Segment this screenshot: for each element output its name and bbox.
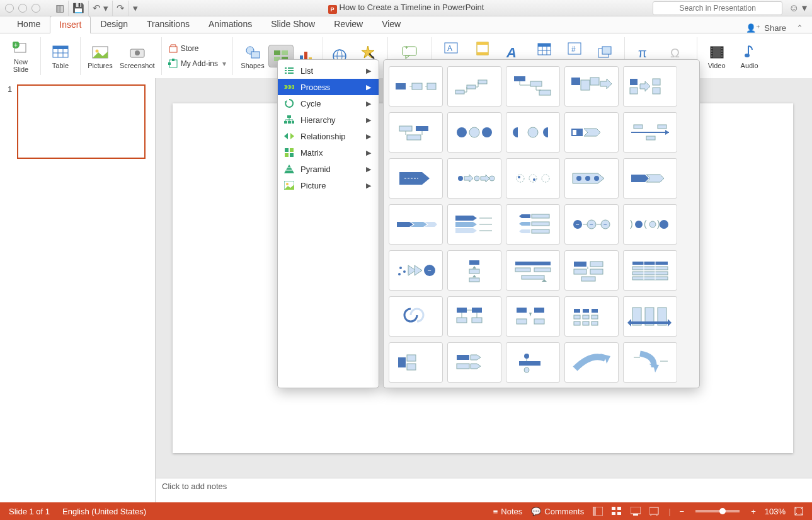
video-button[interactable]: Video [704,43,730,70]
svg-marker-29 [406,55,409,59]
svg-point-52 [711,50,712,52]
svg-rect-108 [653,79,660,79]
smartart-gallery: →→−−−)()−+= [383,59,700,79]
svg-rect-101 [571,78,580,79]
smartart-process-tile[interactable]: →→ [389,66,443,79]
powerpoint-icon: P [328,5,337,14]
slide-thumbnail-panel: 1 [0,78,156,79]
smartart-cat-process[interactable]: Process▶ [278,79,379,79]
zoom-window-icon[interactable] [31,4,40,13]
svg-text:+: + [405,45,408,51]
share-button[interactable]: Share [764,23,786,33]
svg-rect-17 [282,50,288,55]
shapes-button[interactable]: Shapes [239,43,266,70]
tab-view[interactable]: View [372,15,410,33]
svg-text:#: # [571,45,576,54]
svg-point-54 [711,55,712,57]
svg-text:π: π [638,46,647,60]
tab-design[interactable]: Design [91,15,137,33]
svg-text:A: A [447,44,452,53]
smartart-process-tile[interactable] [506,66,560,79]
svg-rect-4 [53,46,68,49]
svg-rect-103 [590,78,599,79]
smartart-process-tile[interactable] [447,66,501,79]
new-slide-button[interactable]: + New Slide [3,33,39,79]
qat-dropdown-icon[interactable]: ▾ [129,1,142,16]
svg-rect-98 [514,76,525,79]
pictures-button[interactable]: Pictures [87,43,113,70]
svg-rect-35 [477,52,488,55]
my-addins-button[interactable]: My Add-ins▾ [168,57,226,70]
svg-point-53 [711,53,712,54]
redo-icon[interactable]: ↷ [113,1,129,16]
table-button[interactable]: Table [42,33,79,79]
save-icon[interactable]: 💾 [69,1,89,16]
collapse-ribbon-icon[interactable]: ⌃ [796,23,803,33]
smartart-gallery-scroll[interactable]: →→−−−)()−+= [389,66,694,79]
tab-animations[interactable]: Animations [199,15,261,33]
feedback-icon[interactable]: ☺ ▾ [789,2,807,14]
tab-slide-show[interactable]: Slide Show [261,15,324,33]
smartart-cat-list[interactable]: List▶ [278,62,379,79]
svg-point-59 [745,54,750,57]
tab-review[interactable]: Review [324,15,372,33]
window-controls [5,4,40,13]
svg-point-11 [135,50,140,55]
audio-button[interactable]: Audio [736,43,763,70]
title-bar: ▥ 💾 ↶ ▾ ↷ ▾ PHow to Create a Timeline in… [0,0,812,16]
screenshot-button[interactable]: Screenshot [120,43,155,70]
tab-transitions[interactable]: Transitions [137,15,199,33]
smartart-menu: List▶ Process▶ Cycle▶ Hierarchy▶ Relatio… [277,59,700,79]
svg-point-56 [721,50,723,52]
svg-point-9 [96,49,99,52]
share-person-icon: 👤⁺ [746,23,760,33]
svg-point-55 [721,48,723,49]
svg-text:Ω: Ω [670,46,680,60]
svg-point-51 [711,48,712,49]
smartart-process-tile[interactable] [564,66,619,79]
tab-home[interactable]: Home [8,15,50,33]
svg-rect-16 [274,50,280,55]
svg-rect-105 [630,79,638,79]
smartart-process-tile[interactable] [623,66,677,79]
svg-text:A: A [506,45,517,60]
svg-text:+: + [14,42,18,49]
close-window-icon[interactable] [5,4,14,13]
search-input[interactable] [653,1,782,15]
svg-rect-45 [602,47,611,54]
svg-point-58 [721,55,723,57]
undo-icon[interactable]: ↶ ▾ [89,1,113,16]
tab-insert[interactable]: Insert [50,16,91,33]
quick-access-toolbar: ▥ 💾 ↶ ▾ ↷ ▾ [52,1,142,16]
qat-layout-icon[interactable]: ▥ [52,1,69,16]
store-button[interactable]: Store [168,42,199,55]
svg-rect-15 [251,52,260,58]
ribbon-tabs: Home Insert Design Transitions Animation… [0,16,812,33]
svg-rect-12 [169,47,177,52]
minimize-window-icon[interactable] [18,4,27,13]
svg-marker-104 [600,79,612,79]
smartart-category-list: List▶ Process▶ Cycle▶ Hierarchy▶ Relatio… [277,59,379,79]
svg-rect-38 [538,43,551,47]
svg-rect-34 [477,42,488,45]
svg-point-57 [721,53,723,54]
